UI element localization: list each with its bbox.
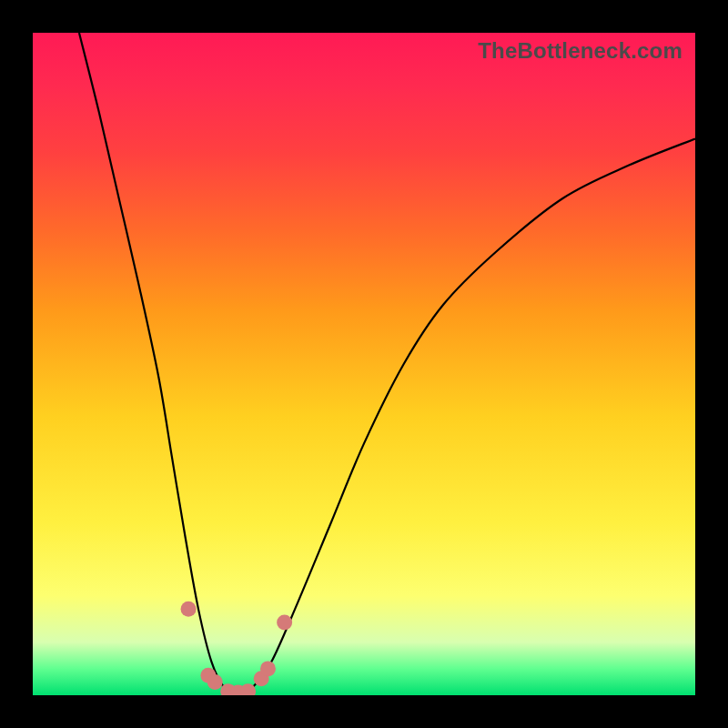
chart-frame: TheBottleneck.com xyxy=(0,0,728,728)
dot-right-lower-b xyxy=(260,661,276,676)
dot-left-upper xyxy=(181,602,197,617)
dot-right-upper xyxy=(277,614,292,630)
marker-layer xyxy=(181,602,293,695)
plot-area: TheBottleneck.com xyxy=(33,33,695,695)
dot-left-lower-b xyxy=(207,674,223,690)
bottleneck-curve xyxy=(79,33,695,695)
curve-layer xyxy=(33,33,695,695)
